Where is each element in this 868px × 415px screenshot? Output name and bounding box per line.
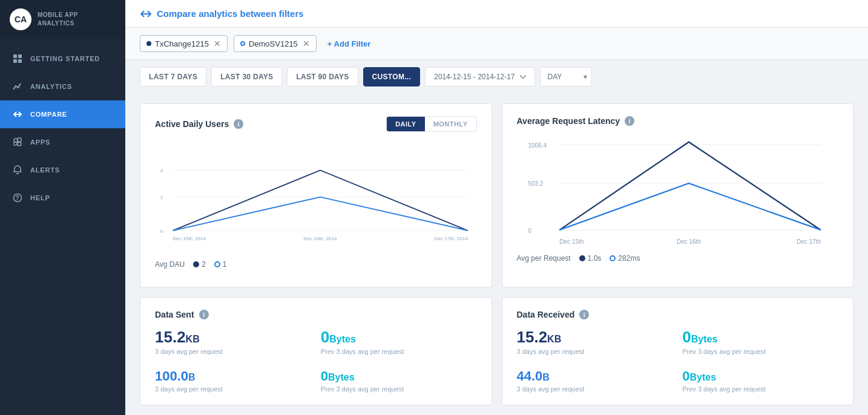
main-content: Compare analytics between filters TxChan… — [125, 0, 868, 415]
data-received-row-2: 44.0B 3 days avg per request 0Bytes Prev… — [517, 361, 839, 393]
data-received-value-4: 0Bytes — [682, 368, 838, 384]
latency-chart-svg: 1006.4 503.2 0 Dec 15th Dec 16th Dec 17t… — [517, 128, 839, 249]
latency-legend-item-2: 282ms — [610, 254, 640, 263]
filter1-close-icon[interactable]: ✕ — [214, 39, 221, 48]
svg-text:Dec 17th: Dec 17th — [797, 238, 821, 245]
data-received-stat-2: 0Bytes Prev 3 days avg per request — [682, 328, 838, 355]
granularity-wrapper[interactable]: DAY WEEK MONTH — [540, 67, 592, 87]
sidebar-item-help[interactable]: ? HELP — [0, 184, 125, 212]
custom-button[interactable]: CUSTOM... — [363, 67, 420, 87]
sidebar: CA MOBILE APP ANALYTICS GETTING STARTED — [0, 0, 125, 415]
controls-bar: LAST 7 DAYS LAST 30 DAYS LAST 90 DAYS CU… — [125, 60, 868, 94]
add-filter-button[interactable]: + Add Filter — [323, 36, 375, 51]
adu-legend-item-1: 2 — [193, 260, 206, 269]
help-icon: ? — [12, 192, 23, 203]
svg-rect-2 — [13, 59, 17, 63]
bell-icon — [12, 165, 23, 175]
data-sent-stat-4: 0Bytes Prev 3 days avg per request — [321, 361, 477, 393]
sidebar-item-getting-started[interactable]: GETTING STARTED — [0, 45, 125, 73]
app-title: MOBILE APP ANALYTICS — [38, 11, 78, 28]
data-sent-label-4: Prev 3 days avg per request — [321, 385, 477, 393]
filter2-close-icon[interactable]: ✕ — [303, 39, 310, 48]
adu-legend-dot-1 — [193, 261, 199, 267]
last-90-days-button[interactable]: LAST 90 DAYS — [287, 67, 358, 87]
data-sent-value-2: 0Bytes — [321, 328, 477, 347]
data-received-value-2: 0Bytes — [682, 328, 838, 347]
adu-legend-dot-2 — [214, 261, 220, 267]
calendar-dropdown-icon — [520, 75, 526, 79]
adu-info-icon: i — [234, 119, 243, 129]
data-received-stat-4: 0Bytes Prev 3 days avg per request — [682, 361, 838, 393]
adu-legend: Avg DAU 2 1 — [155, 260, 477, 269]
data-received-row-1: 15.2KB 3 days avg per request 0Bytes Pre… — [517, 328, 839, 355]
filter2-dot — [240, 41, 245, 46]
svg-text:1006.4: 1006.4 — [528, 142, 547, 149]
latency-legend-item-1: 1.0s — [579, 254, 602, 263]
data-sent-row-1: 15.2KB 3 days avg per request 0Bytes Pre… — [155, 328, 477, 355]
data-received-label-1: 3 days avg per request — [517, 348, 673, 355]
filter-bar: TxChange1215 ✕ DemoSV1215 ✕ + Add Filter — [125, 28, 868, 60]
data-sent-stat-1: 15.2KB 3 days avg per request — [155, 328, 311, 355]
svg-point-6 — [18, 142, 21, 146]
sidebar-logo: CA MOBILE APP ANALYTICS — [0, 0, 125, 39]
avg-latency-card: Average Request Latency i 1006.4 503.2 0… — [502, 103, 854, 287]
adu-daily-button[interactable]: DAILY — [387, 117, 425, 131]
data-sent-value-4: 0Bytes — [321, 368, 477, 384]
adu-monthly-button[interactable]: MONTHLY — [425, 117, 476, 131]
svg-text:Dec 17th, 2014: Dec 17th, 2014 — [435, 236, 468, 241]
filter1-dot — [146, 41, 151, 46]
last-30-days-button[interactable]: LAST 30 DAYS — [211, 67, 282, 87]
sidebar-item-alerts[interactable]: ALERTS — [0, 156, 125, 184]
granularity-select[interactable]: DAY WEEK MONTH — [540, 67, 592, 87]
adu-chart-svg: 4 2 0 Dec 15th, 2014 Dec 16th, 2014 Dec … — [155, 134, 477, 255]
svg-text:4: 4 — [160, 168, 163, 174]
svg-rect-0 — [13, 54, 17, 58]
data-sent-info-icon: i — [199, 310, 209, 319]
svg-text:2: 2 — [160, 195, 163, 200]
sidebar-item-apps[interactable]: APPS — [0, 128, 125, 156]
sidebar-item-compare[interactable]: COMPARE — [0, 100, 125, 128]
data-sent-label-2: Prev 3 days avg per request — [321, 348, 477, 355]
data-received-card: Data Received i 15.2KB 3 days avg per re… — [502, 297, 854, 405]
adu-header: Active Daily Users i DAILY MONTHLY — [155, 116, 477, 132]
data-sent-title: Data Sent i — [155, 310, 477, 319]
charts-grid: Active Daily Users i DAILY MONTHLY 4 2 0 — [125, 94, 868, 297]
compare-arrows-icon — [140, 9, 152, 19]
date-range-button[interactable]: 2014-12-15 - 2014-12-17 — [425, 67, 534, 87]
data-received-title: Data Received i — [517, 310, 839, 319]
svg-text:0: 0 — [160, 229, 163, 234]
data-sent-value-1: 15.2KB — [155, 328, 311, 347]
filter-chip-2[interactable]: DemoSV1215 ✕ — [234, 35, 317, 52]
grid-icon — [12, 53, 23, 64]
svg-text:503.2: 503.2 — [528, 180, 543, 187]
data-received-stat-1: 15.2KB 3 days avg per request — [517, 328, 673, 355]
svg-rect-1 — [18, 54, 22, 58]
svg-text:Dec 15th: Dec 15th — [559, 238, 584, 245]
adu-toggle: DAILY MONTHLY — [386, 116, 476, 132]
data-sent-value-3: 100.0B — [155, 368, 311, 384]
svg-rect-7 — [18, 138, 21, 142]
data-sent-row-2: 100.0B 3 days avg per request 0Bytes Pre… — [155, 361, 477, 393]
sidebar-item-analytics[interactable]: ANALYTICS — [0, 73, 125, 100]
data-sent-label-3: 3 days avg per request — [155, 385, 311, 393]
adu-title: Active Daily Users i — [155, 119, 243, 129]
data-received-stat-3: 44.0B 3 days avg per request — [517, 361, 673, 393]
page-title: Compare analytics between filters — [140, 8, 304, 19]
svg-point-5 — [14, 139, 18, 142]
data-received-info-icon: i — [579, 310, 589, 319]
data-sent-label-1: 3 days avg per request — [155, 348, 311, 355]
adu-legend-item-2: 1 — [214, 260, 227, 269]
data-received-label-4: Prev 3 days avg per request — [682, 385, 838, 393]
logo-icon: CA — [10, 8, 31, 30]
sidebar-nav: GETTING STARTED ANALYTICS COMPARE — [0, 39, 125, 415]
top-bar: Compare analytics between filters — [125, 0, 868, 28]
data-sent-stat-3: 100.0B 3 days avg per request — [155, 361, 311, 393]
svg-rect-3 — [18, 59, 22, 63]
filter-chip-1[interactable]: TxChange1215 ✕ — [140, 35, 228, 52]
active-daily-users-card: Active Daily Users i DAILY MONTHLY 4 2 0 — [140, 103, 492, 287]
data-sent-stat-2: 0Bytes Prev 3 days avg per request — [321, 328, 477, 355]
data-received-label-2: Prev 3 days avg per request — [682, 348, 838, 355]
data-sent-card: Data Sent i 15.2KB 3 days avg per reques… — [140, 297, 492, 405]
last-7-days-button[interactable]: LAST 7 DAYS — [140, 67, 206, 87]
svg-text:0: 0 — [528, 227, 531, 234]
